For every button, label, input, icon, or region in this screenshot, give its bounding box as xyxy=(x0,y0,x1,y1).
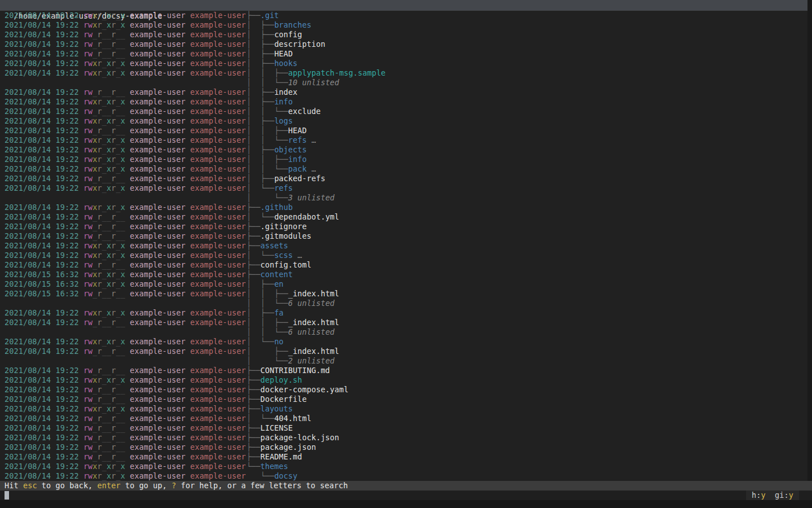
entry-name[interactable]: CONTRIBUTING.md xyxy=(261,366,330,375)
entry-name[interactable]: docsy xyxy=(274,471,297,480)
owner-name: example-user xyxy=(130,59,190,68)
entry-name[interactable]: assets xyxy=(261,241,288,250)
tree-branch-lines: ├── xyxy=(246,270,261,279)
permissions: rwxr_xr_x xyxy=(83,116,130,125)
file-row: 2021/08/14 19:22 rw_r__r__ example-user … xyxy=(0,40,807,49)
permissions: rwxr_xr_x xyxy=(83,164,130,173)
permissions: rw_r__r__ xyxy=(83,107,130,116)
entry-name[interactable]: HEAD xyxy=(288,126,307,135)
entry-name[interactable]: info xyxy=(274,97,293,106)
tree-branch-lines: │ └── xyxy=(246,212,274,221)
entry-name[interactable]: HEAD xyxy=(274,49,293,58)
group-name: example-user xyxy=(190,347,246,356)
file-metadata: 2021/08/14 19:22 rwxr_xr_x example-user … xyxy=(5,116,246,126)
owner-name: example-user xyxy=(130,337,190,346)
entry-name[interactable]: _index.html xyxy=(288,318,339,327)
entry-name[interactable]: themes xyxy=(261,462,288,471)
permissions: rwxr_xr_x xyxy=(83,375,130,384)
entry-name[interactable]: .git xyxy=(261,11,279,20)
entry-name[interactable]: .github xyxy=(261,203,293,212)
owner-name: example-user xyxy=(130,11,190,20)
file-row: 2021/08/14 19:22 rwxr_xr_x example-user … xyxy=(0,404,807,414)
entry-name[interactable]: exclude xyxy=(288,107,321,116)
file-row: │ └──2 unlisted xyxy=(0,356,807,366)
entry-name[interactable]: hooks xyxy=(274,59,297,68)
entry-name[interactable]: refs xyxy=(288,135,307,144)
entry-name[interactable]: .gitmodules xyxy=(261,231,312,240)
entry-name[interactable]: info xyxy=(288,155,307,164)
permissions: rw_r__r__ xyxy=(83,318,130,327)
entry-name[interactable]: _index.html xyxy=(288,289,339,298)
file-row: 2021/08/14 19:22 rw_r__r__ example-user … xyxy=(0,222,807,231)
entry-name[interactable]: package.json xyxy=(261,443,316,452)
owner-name: example-user xyxy=(130,174,190,183)
file-row: 2021/08/14 19:22 rwxr_xr_x example-user … xyxy=(0,164,807,174)
modified-date: 2021/08/15 16:32 xyxy=(5,279,83,288)
permissions: rwxr_xr_x xyxy=(83,462,130,471)
entry-name[interactable]: deploy.sh xyxy=(261,375,302,384)
tree-entry: │ │ ├──_index.html xyxy=(246,289,339,299)
entry-name[interactable]: description xyxy=(274,40,325,49)
entry-name[interactable]: docker-compose.yaml xyxy=(261,385,348,394)
entry-name[interactable]: package-lock.json xyxy=(261,433,339,442)
entry-name[interactable]: en xyxy=(274,279,283,288)
entry-name[interactable]: content xyxy=(261,270,293,279)
file-row: 2021/08/14 19:22 rwxr_xr_x example-user … xyxy=(0,155,807,164)
modified-date: 2021/08/14 19:22 xyxy=(5,203,83,212)
modified-date: 2021/08/14 19:22 xyxy=(5,318,83,327)
permissions: rwxr_xr_x xyxy=(83,404,130,413)
entry-name[interactable]: fa xyxy=(274,308,283,317)
entry-name[interactable]: scss xyxy=(274,251,293,260)
owner-name: example-user xyxy=(130,183,190,192)
entry-name[interactable]: layouts xyxy=(261,404,293,413)
entry-name[interactable]: logs xyxy=(274,116,293,125)
group-name: example-user xyxy=(190,308,246,317)
entry-name[interactable]: 404.html xyxy=(274,414,311,423)
permissions: rw_r__r__ xyxy=(83,289,130,298)
file-metadata: 2021/08/14 19:22 rw_r__r__ example-user … xyxy=(5,414,246,423)
scrollbar-track[interactable] xyxy=(807,0,812,481)
tree-entry: ├──LICENSE xyxy=(246,423,293,433)
file-row: 2021/08/14 19:22 rw_r__r__ example-user … xyxy=(0,452,807,462)
permissions: rw_r__r__ xyxy=(83,30,130,39)
file-metadata: 2021/08/14 19:22 rw_r__r__ example-user … xyxy=(5,87,246,97)
tree-branch-lines: │ │ └── xyxy=(246,299,288,308)
file-metadata: 2021/08/14 19:22 rw_r__r__ example-user … xyxy=(5,318,246,327)
entry-name[interactable]: objects xyxy=(274,145,307,154)
entry-name[interactable]: index xyxy=(274,87,297,97)
owner-name: example-user xyxy=(130,164,190,173)
file-row: │ │ └──6 unlisted xyxy=(0,299,807,308)
file-metadata: 2021/08/14 19:22 rw_r__r__ example-user … xyxy=(5,423,246,433)
search-input-line[interactable]: h:y gi:y xyxy=(0,491,812,500)
entry-name[interactable]: _index.html xyxy=(288,347,339,356)
entry-name[interactable]: dependabot.yml xyxy=(274,212,339,221)
entry-name[interactable]: refs xyxy=(274,183,293,192)
entry-name[interactable]: pack xyxy=(288,164,307,173)
permissions: rw_r__r__ xyxy=(83,366,130,375)
tree-entry: ├──.gitmodules xyxy=(246,231,311,241)
entry-name[interactable]: applypatch-msg.sample xyxy=(288,68,386,77)
file-row: 2021/08/14 19:22 rw_r__r__ example-user … xyxy=(0,212,807,222)
group-name: example-user xyxy=(190,116,246,125)
entry-name[interactable]: LICENSE xyxy=(261,423,293,432)
group-name: example-user xyxy=(190,241,246,250)
tree-entry: │ ├──packed-refs xyxy=(246,174,325,183)
file-metadata: 2021/08/14 19:22 rw_r__r__ example-user … xyxy=(5,433,246,443)
entry-name[interactable]: branches xyxy=(274,20,311,29)
owner-name: example-user xyxy=(130,87,190,97)
owner-name: example-user xyxy=(130,20,190,29)
entry-name[interactable]: Dockerfile xyxy=(261,395,307,404)
tree-entry: │ ├──_index.html xyxy=(246,347,339,356)
entry-name[interactable]: README.md xyxy=(261,452,302,461)
entry-name[interactable]: config xyxy=(274,30,302,39)
modified-date: 2021/08/14 19:22 xyxy=(5,164,83,173)
entry-name[interactable]: .gitignore xyxy=(261,222,307,231)
entry-name[interactable]: no xyxy=(274,337,283,346)
entry-name[interactable]: config.toml xyxy=(261,260,312,269)
group-name: example-user xyxy=(190,107,246,116)
file-metadata: 2021/08/14 19:22 rwxr_xr_x example-user … xyxy=(5,135,246,145)
modified-date: 2021/08/14 19:22 xyxy=(5,222,83,231)
file-row: 2021/08/14 19:22 rwxr_xr_x example-user … xyxy=(0,183,807,193)
tree-entry: │ └──scss … xyxy=(246,251,302,260)
entry-name[interactable]: packed-refs xyxy=(274,174,325,183)
